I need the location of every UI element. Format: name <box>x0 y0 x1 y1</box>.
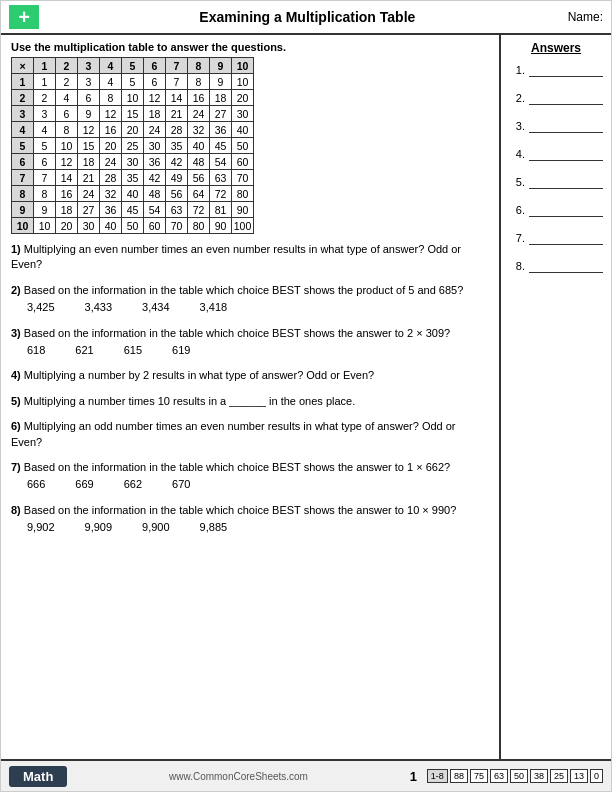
table-cell: 20 <box>122 122 144 138</box>
question-choices: 666669662670 <box>27 477 489 492</box>
table-cell: 35 <box>166 138 188 154</box>
answer-line: 1. <box>509 63 603 77</box>
choice-option: 9,885 <box>200 520 228 535</box>
table-cell: 12 <box>56 154 78 170</box>
table-cell: 10 <box>122 90 144 106</box>
score-value: 63 <box>490 769 508 783</box>
table-cell: 24 <box>100 154 122 170</box>
table-cell: 6 <box>78 90 100 106</box>
scores-box: 1-8 887563503825130 <box>427 769 603 783</box>
table-cell: 70 <box>166 218 188 234</box>
table-cell: 18 <box>144 106 166 122</box>
main-area: Use the multiplication table to answer t… <box>1 35 611 759</box>
table-cell: 14 <box>56 170 78 186</box>
table-cell: 3 <box>34 106 56 122</box>
question-item: 7) Based on the information in the table… <box>11 460 489 493</box>
question-text: Multiplying an even number times an even… <box>11 243 461 270</box>
questions-container: 1) Multiplying an even number times an e… <box>11 242 489 535</box>
table-cell: 40 <box>122 186 144 202</box>
table-cell: 32 <box>100 186 122 202</box>
table-cell: 4 <box>12 122 34 138</box>
answer-number: 4. <box>509 148 525 160</box>
table-cell: 56 <box>188 170 210 186</box>
table-cell: 8 <box>188 74 210 90</box>
question-choices: 618621615619 <box>27 343 489 358</box>
table-cell: 27 <box>78 202 100 218</box>
table-cell: 8 <box>56 122 78 138</box>
table-cell: 90 <box>210 218 232 234</box>
table-cell: 63 <box>210 170 232 186</box>
table-cell: 9 <box>210 74 232 90</box>
question-text: Based on the information in the table wh… <box>24 327 450 339</box>
table-cell: 36 <box>210 122 232 138</box>
question-number: 8) <box>11 504 21 516</box>
choice-option: 670 <box>172 477 190 492</box>
question-number: 6) <box>11 420 21 432</box>
table-cell: 4 <box>100 74 122 90</box>
choice-option: 618 <box>27 343 45 358</box>
question-text: Multiplying a number by 2 results in wha… <box>24 369 374 381</box>
table-cell: 42 <box>144 170 166 186</box>
question-number: 7) <box>11 461 21 473</box>
table-cell: 72 <box>188 202 210 218</box>
table-cell: 30 <box>144 138 166 154</box>
answers-title: Answers <box>509 41 603 55</box>
table-cell: 7 <box>34 170 56 186</box>
math-label: Math <box>9 766 67 787</box>
table-cell: 50 <box>232 138 254 154</box>
table-cell: 21 <box>166 106 188 122</box>
answer-field <box>529 63 603 77</box>
question-text: Multiplying a number times 10 results in… <box>24 395 355 407</box>
answer-line: 6. <box>509 203 603 217</box>
choice-option: 9,900 <box>142 520 170 535</box>
logo-icon <box>9 5 39 29</box>
table-cell: 54 <box>210 154 232 170</box>
table-cell: 18 <box>56 202 78 218</box>
table-cell: 80 <box>188 218 210 234</box>
table-cell: 8 <box>100 90 122 106</box>
content-area: Use the multiplication table to answer t… <box>1 35 501 759</box>
name-label: Name: <box>568 10 603 24</box>
choice-option: 662 <box>124 477 142 492</box>
question-item: 6) Multiplying an odd number times an ev… <box>11 419 489 450</box>
choice-option: 9,909 <box>85 520 113 535</box>
answer-number: 6. <box>509 204 525 216</box>
table-cell: 8 <box>12 186 34 202</box>
answer-number: 8. <box>509 260 525 272</box>
table-cell: 30 <box>78 218 100 234</box>
choice-option: 619 <box>172 343 190 358</box>
table-cell: 16 <box>188 90 210 106</box>
table-cell: 1 <box>34 74 56 90</box>
table-cell: 70 <box>232 170 254 186</box>
answer-field <box>529 259 603 273</box>
table-cell: 100 <box>232 218 254 234</box>
answer-number: 2. <box>509 92 525 104</box>
question-number: 3) <box>11 327 21 339</box>
answer-field <box>529 203 603 217</box>
answer-field <box>529 91 603 105</box>
question-number: 4) <box>11 369 21 381</box>
table-cell: 45 <box>122 202 144 218</box>
answer-field <box>529 175 603 189</box>
table-cell: 16 <box>56 186 78 202</box>
question-text: Based on the information in the table wh… <box>24 284 463 296</box>
table-cell: 10 <box>232 74 254 90</box>
answers-container: 1.2.3.4.5.6.7.8. <box>509 63 603 287</box>
choice-option: 3,425 <box>27 300 55 315</box>
table-cell: 15 <box>122 106 144 122</box>
table-cell: 49 <box>166 170 188 186</box>
footer: Math www.CommonCoreSheets.com 1 1-8 8875… <box>1 759 611 791</box>
question-choices: 9,9029,9099,9009,885 <box>27 520 489 535</box>
header: Examining a Multiplication Table Name: <box>1 1 611 35</box>
table-cell: 80 <box>232 186 254 202</box>
score-value: 13 <box>570 769 588 783</box>
answer-number: 5. <box>509 176 525 188</box>
question-number: 1) <box>11 243 21 255</box>
table-cell: 10 <box>12 218 34 234</box>
table-cell: 50 <box>122 218 144 234</box>
answer-field <box>529 147 603 161</box>
question-text: Multiplying an odd number times an even … <box>11 420 456 447</box>
table-cell: 4 <box>34 122 56 138</box>
table-cell: 6 <box>56 106 78 122</box>
table-cell: 3 <box>12 106 34 122</box>
